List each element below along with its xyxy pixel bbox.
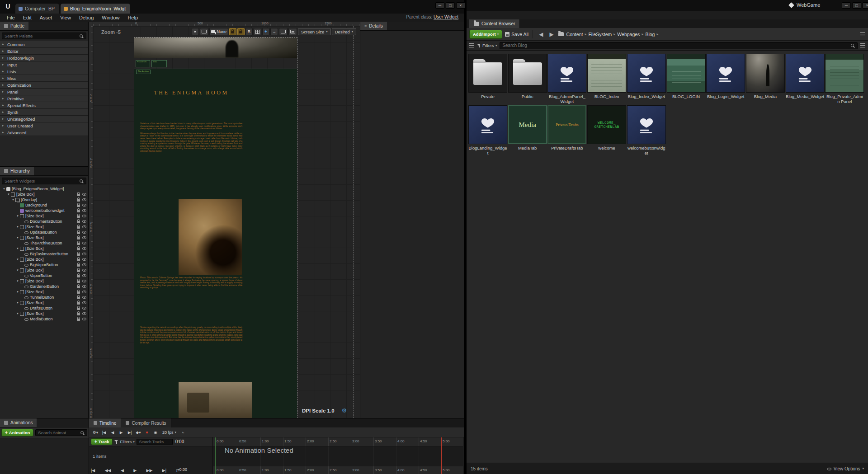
lock-widgets-toggle[interactable] (237, 28, 245, 35)
visibility-icon[interactable] (82, 263, 86, 266)
editor-document-tab[interactable]: Blog_EnigmaRoom_Widgt (61, 4, 130, 14)
minimize-button[interactable]: ─ (842, 2, 851, 9)
hierarchy-row[interactable]: TunnelButton (0, 295, 88, 300)
expand-arrow-icon[interactable]: ▼ (16, 258, 20, 261)
tab-content-browser[interactable]: Content Browser (469, 19, 520, 28)
asset-tile[interactable]: welcomebuttonwidget (627, 105, 666, 155)
visibility-icon[interactable] (82, 242, 86, 244)
palette-category[interactable]: User Created (0, 122, 88, 129)
expand-arrow-icon[interactable]: ▼ (16, 301, 20, 304)
visibility-icon[interactable] (82, 291, 86, 293)
visibility-icon[interactable] (82, 209, 86, 212)
record-icon[interactable]: ● (143, 429, 151, 436)
palette-category[interactable]: Primitive (0, 95, 88, 102)
lock-icon[interactable] (77, 264, 80, 267)
visibility-icon[interactable] (82, 280, 86, 282)
visibility-icon[interactable] (82, 258, 86, 261)
hierarchy-row[interactable]: UpdatesButton (0, 230, 88, 235)
breadcrumb-item-blog[interactable]: Blog (645, 32, 655, 37)
asset-tile[interactable]: WELCOME_ GRETCHENLABwelcome (587, 105, 626, 150)
expand-arrow-icon[interactable]: ▼ (16, 280, 20, 282)
asset-tile[interactable]: Blog_Media (746, 54, 785, 99)
asset-tile[interactable]: Blog_AdminPanel_Widget (547, 54, 586, 104)
expand-arrow-icon[interactable]: ▼ (16, 291, 20, 293)
frame-back-icon[interactable]: ◀ (109, 429, 116, 436)
palette-search-input[interactable]: Search Palette (2, 33, 86, 39)
back-button[interactable]: ◀ (537, 31, 545, 38)
lock-icon[interactable] (77, 226, 80, 229)
palette-category[interactable]: Lists (0, 68, 88, 75)
tab-timeline[interactable]: Timeline (89, 418, 121, 427)
visibility-icon[interactable] (82, 301, 86, 304)
select-cursor-button[interactable] (192, 28, 199, 35)
hierarchy-row[interactable]: MediaButton (0, 316, 88, 322)
play-button[interactable]: ▶ (133, 468, 137, 473)
visibility-icon[interactable] (82, 318, 86, 320)
breadcrumb-item-webpages[interactable]: Webpages (617, 32, 640, 37)
designer-canvas[interactable]: Zoom -5 None R + → (93, 26, 360, 418)
visibility-icon[interactable] (82, 220, 86, 223)
palette-category[interactable]: Synth (0, 109, 88, 116)
visibility-icon[interactable] (82, 193, 86, 196)
close-button[interactable]: × (863, 2, 868, 9)
track-filters-button[interactable]: Filters ▾ (114, 439, 134, 444)
asset-tile[interactable]: Public (508, 54, 547, 99)
hierarchy-row[interactable]: ▼[Blog_EnigmaRoom_Widget] (0, 186, 88, 192)
track-search-input[interactable]: Search Tracks (137, 439, 173, 445)
forward-button[interactable]: ▶ (547, 31, 555, 38)
lock-icon[interactable] (77, 216, 80, 218)
hierarchy-row[interactable]: BigVaporButton (0, 262, 88, 268)
palette-tab[interactable]: Palette (0, 22, 28, 30)
hierarchy-row[interactable]: ▼[Size Box] (0, 278, 88, 284)
palette-category[interactable]: Uncategorized (0, 116, 88, 122)
hierarchy-row[interactable]: ▼[Size Box] (0, 300, 88, 305)
lock-icon[interactable] (77, 308, 80, 310)
palette-category[interactable]: Advanced (0, 129, 88, 136)
asset-tile[interactable]: Blog_Login_Widget (706, 54, 745, 99)
asset-tile[interactable]: BLOG_LOGIN (667, 54, 706, 99)
visibility-icon[interactable] (82, 198, 86, 201)
settings-icon[interactable] (860, 43, 865, 47)
visibility-icon[interactable] (82, 296, 86, 299)
close-button[interactable]: × (456, 2, 465, 9)
lock-icon[interactable] (77, 194, 80, 196)
folder-tree-icon[interactable] (558, 32, 564, 36)
palette-category[interactable]: Special Effects (0, 102, 88, 109)
animations-tab[interactable]: Animations (0, 418, 37, 427)
add-animation-button[interactable]: + Animation (1, 429, 33, 436)
animation-search-input[interactable]: Search Animat... (35, 429, 87, 436)
menu-item-asset[interactable]: Asset (36, 15, 57, 20)
visibility-icon[interactable] (82, 236, 86, 239)
lock-icon[interactable] (77, 210, 80, 212)
asset-tile[interactable]: BlogLanding_Widget (468, 105, 507, 155)
editor-document-tab[interactable]: Computer_BP (15, 4, 59, 14)
asset-tile[interactable]: BLOG_Index (587, 54, 626, 99)
hierarchy-row[interactable]: ▼[Size Box] (0, 268, 88, 273)
visibility-icon[interactable] (82, 204, 86, 206)
asset-tile[interactable]: Private/DraftsPrivateDraftsTab (547, 105, 586, 150)
curve-editor-icon[interactable]: ≈ (179, 429, 187, 436)
asset-tile[interactable]: Blog_Index_Widget (627, 54, 666, 99)
palette-category[interactable]: Editor (0, 48, 88, 55)
timeline-ruler-bottom[interactable]: 0:000:501:001:502:002:503:003:504:004:50… (213, 466, 463, 474)
lock-icon[interactable] (77, 275, 80, 277)
lock-icon[interactable] (77, 319, 80, 321)
widget-preview[interactable]: Private/Drafts Media The Archive THE ENI… (134, 38, 297, 418)
preview-background-button[interactable]: None (209, 28, 228, 35)
lock-icon[interactable] (77, 297, 80, 299)
safe-zone-button[interactable] (288, 28, 297, 35)
lock-icon[interactable] (77, 243, 80, 245)
editor-titlebar[interactable]: U Computer_BPBlog_EnigmaRoom_Widgt ─ □ × (0, 0, 464, 14)
lock-icon[interactable] (77, 286, 80, 288)
lock-icon[interactable] (77, 259, 80, 261)
asset-tile[interactable]: Blog_Media_Widget (786, 54, 825, 99)
palette-category[interactable]: Panel (0, 89, 88, 95)
screen-size-dropdown[interactable]: Screen Size ▾ (298, 28, 331, 35)
lock-icon[interactable] (77, 253, 80, 256)
expand-arrow-icon[interactable]: ▼ (16, 269, 20, 272)
palette-category[interactable]: Misc (0, 75, 88, 82)
menu-item-view[interactable]: View (56, 15, 75, 20)
hierarchy-row[interactable]: ▼[Size Box] (0, 192, 88, 197)
visibility-icon[interactable] (82, 274, 86, 277)
breadcrumb-item-content[interactable]: Content (566, 32, 583, 37)
